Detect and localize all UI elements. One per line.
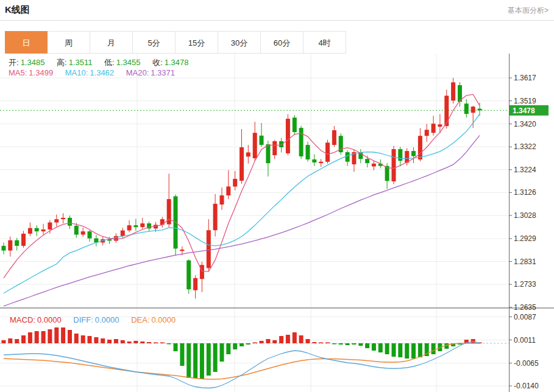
header: K线图 基本面分析> — [0, 0, 554, 21]
svg-text:-0.0065: -0.0065 — [514, 359, 539, 368]
ma-info: MA5:1.3499 MA10:1.3462 MA20:1.3371 — [9, 68, 175, 77]
chart-canvas[interactable]: 1.36171.35191.34201.33221.32241.31261.30… — [0, 54, 554, 392]
ma5-value: 1.3499 — [29, 68, 53, 77]
open-label: 开: — [9, 58, 19, 67]
svg-text:-0.0140: -0.0140 — [514, 382, 539, 390]
ma5-label: MA5: — [9, 68, 27, 77]
tab-30min[interactable]: 30分 — [218, 31, 261, 54]
svg-text:1.3478: 1.3478 — [513, 107, 535, 115]
svg-text:1.3519: 1.3519 — [514, 97, 536, 105]
svg-text:1.3420: 1.3420 — [514, 120, 536, 128]
low-label: 低: — [104, 58, 115, 67]
svg-text:1.3028: 1.3028 — [514, 211, 536, 220]
svg-text:1.3322: 1.3322 — [514, 142, 536, 151]
ma10-value: 1.3462 — [90, 68, 114, 77]
high-value: 1.3511 — [69, 58, 93, 67]
page-title: K线图 — [5, 4, 30, 16]
dea-value: 0.0000 — [152, 315, 176, 324]
ma20-value: 1.3371 — [151, 68, 175, 77]
ma10-label: MA10: — [65, 68, 88, 77]
tab-60min[interactable]: 60分 — [261, 31, 304, 54]
svg-text:0.0011: 0.0011 — [514, 336, 536, 345]
tab-5min[interactable]: 5分 — [133, 31, 176, 54]
open-value: 1.3485 — [21, 58, 45, 67]
svg-text:1.3126: 1.3126 — [514, 188, 536, 197]
diff-value: 0.0000 — [95, 315, 119, 324]
macd-value: 0.0000 — [37, 315, 62, 324]
fundamental-analysis-link[interactable]: 基本面分析> — [508, 5, 549, 16]
svg-text:1.2635: 1.2635 — [514, 303, 536, 312]
tab-day[interactable]: 日 — [5, 31, 48, 54]
svg-text:1.3224: 1.3224 — [514, 166, 536, 174]
diff-label: DIFF: — [73, 315, 93, 324]
svg-text:0.0087: 0.0087 — [514, 313, 536, 321]
ohlc-info: 开:1.3485 高:1.3511 低:1.3455 收:1.3478 — [9, 57, 188, 68]
kline-chart: 1.36171.35191.34201.33221.32241.31261.30… — [0, 54, 554, 392]
macd-label: MACD: — [10, 315, 35, 324]
dea-label: DEA: — [131, 315, 149, 324]
high-label: 高: — [57, 58, 67, 67]
low-value: 1.3455 — [116, 58, 141, 67]
svg-text:1.2733: 1.2733 — [514, 280, 536, 289]
svg-text:1.3617: 1.3617 — [514, 74, 536, 82]
tab-week[interactable]: 周 — [48, 31, 90, 54]
macd-info: MACD:0.0000 DIFF:0.0000 DEA:0.0000 — [10, 315, 176, 324]
svg-text:1.2929: 1.2929 — [514, 234, 536, 243]
tab-month[interactable]: 月 — [90, 31, 133, 54]
svg-text:1.2831: 1.2831 — [514, 257, 536, 266]
period-tabs: 日周月5分15分30分60分4时 — [5, 31, 554, 54]
tab-15min[interactable]: 15分 — [176, 31, 218, 54]
tab-4hour[interactable]: 4时 — [304, 31, 346, 54]
close-label: 收: — [152, 58, 163, 67]
close-value: 1.3478 — [165, 58, 189, 67]
ma20-label: MA20: — [126, 68, 149, 77]
